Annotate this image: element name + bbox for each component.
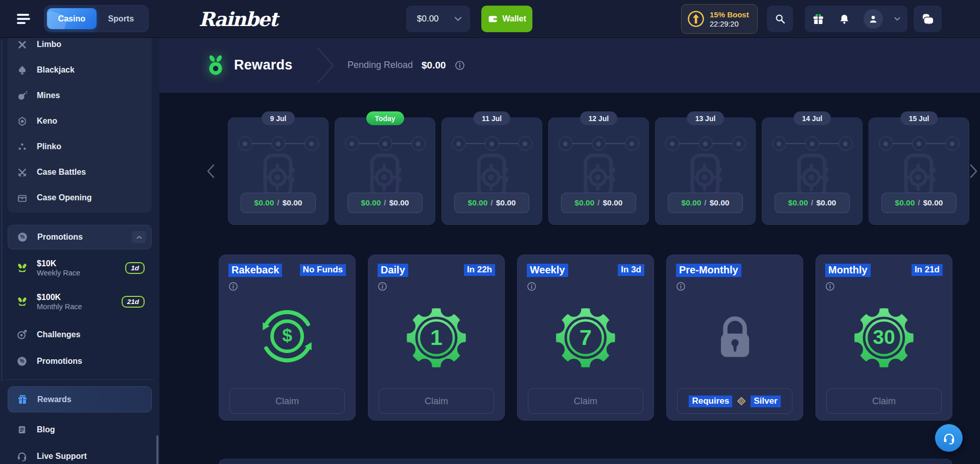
sidebar-item-mines[interactable]: Mines — [8, 83, 152, 108]
chip-number: 30 — [873, 326, 895, 348]
sidebar-scrollbar-thumb[interactable] — [156, 435, 158, 464]
sidebar-scroll-track — [1, 40, 3, 381]
bonus-status: In 22h — [464, 264, 495, 276]
sidebar-item-challenges[interactable]: Challenges — [8, 322, 152, 347]
day-card[interactable]: 13 Jul $0.00/$0.00 — [655, 118, 756, 225]
claim-label: Claim — [574, 396, 597, 407]
separator: / — [918, 198, 920, 207]
collapse-button[interactable] — [132, 231, 146, 243]
gem-icon — [16, 116, 28, 127]
day-label: 14 Jul — [794, 111, 831, 125]
boost-arrow-icon — [687, 10, 705, 28]
rewards-gift-button[interactable] — [805, 13, 831, 26]
sidebar-item-plinko[interactable]: Plinko — [8, 134, 152, 159]
tab-sports-label: Sports — [108, 14, 134, 24]
slot-machine-icon — [228, 153, 328, 199]
total-amount: $0.00 — [923, 198, 943, 207]
balance-dropdown[interactable]: $0.00 — [406, 6, 470, 32]
bell-icon — [838, 13, 850, 25]
claim-button[interactable]: Claim — [528, 388, 643, 414]
rakeback-icon: $ — [219, 306, 355, 366]
silver-tier-diamond-icon — [737, 397, 746, 406]
sidebar-item-label: Keno — [37, 117, 57, 126]
slot-machine-icon — [549, 153, 648, 199]
sidebar-item-live-support[interactable]: Live Support — [8, 444, 152, 464]
tab-casino-label: Casino — [58, 14, 85, 24]
progress-dots — [869, 136, 969, 151]
day-card-today[interactable]: Today $0.00/$0.00 — [335, 118, 435, 225]
info-icon[interactable] — [527, 282, 654, 291]
day-label-today: Today — [366, 111, 404, 125]
day-progress-bar: $0.00/$0.00 — [561, 193, 636, 213]
bonus-card-monthly: Monthly In 21d 30 Claim — [815, 254, 952, 421]
wallet-button[interactable]: Wallet — [481, 6, 532, 32]
bonus-status: In 3d — [618, 264, 644, 276]
claim-button[interactable]: Claim — [229, 388, 345, 414]
case-icon — [16, 193, 28, 203]
requires-tier-button[interactable]: Requires Silver — [677, 388, 792, 414]
tab-casino[interactable]: Casino — [47, 8, 97, 29]
race-label: Weekly Race — [37, 268, 125, 277]
earned-amount: $0.00 — [254, 198, 274, 207]
separator: / — [277, 198, 279, 207]
claim-button[interactable]: Claim — [826, 388, 942, 414]
separator: / — [384, 198, 386, 207]
info-icon[interactable] — [378, 282, 504, 291]
sidebar-item-keno[interactable]: Keno — [8, 108, 152, 134]
earned-amount: $0.00 — [788, 198, 808, 207]
claim-label: Claim — [275, 396, 299, 407]
wallet-icon — [487, 14, 498, 24]
chevron-down-icon — [894, 17, 900, 21]
chip-icon: 1 — [368, 306, 504, 369]
bonus-status: No Funds — [300, 264, 346, 276]
sidebar-item-case-opening[interactable]: Case Opening — [8, 185, 152, 211]
info-icon[interactable] — [825, 282, 952, 291]
bonus-card-daily: Daily In 22h 1 Claim — [368, 254, 505, 421]
total-amount: $0.00 — [816, 198, 836, 207]
sidebar-item-monthly-race[interactable]: $100K Monthly Race 21d — [8, 287, 152, 316]
daily-reward-carousel: 9 Jul $0.00/$0.00 Today $0.00/$0.00 11 J… — [228, 118, 969, 225]
day-card[interactable]: 11 Jul $0.00/$0.00 — [441, 118, 542, 225]
avatar — [864, 9, 883, 29]
chat-button[interactable] — [914, 6, 942, 32]
sidebar-item-blog[interactable]: Blog — [8, 417, 152, 443]
day-card[interactable]: 15 Jul $0.00/$0.00 — [869, 118, 969, 225]
carousel-next-button[interactable] — [969, 164, 978, 179]
sidebar-item-promotions[interactable]: % Promotions — [8, 349, 152, 374]
bonus-status: In 21d — [912, 264, 943, 276]
earned-amount: $0.00 — [468, 198, 488, 207]
limbo-icon — [16, 39, 28, 50]
chat-bubbles-icon — [921, 13, 935, 25]
account-menu[interactable] — [857, 9, 890, 29]
account-chevron[interactable] — [890, 17, 905, 21]
live-chat-fab[interactable] — [935, 424, 963, 452]
sidebar-item-label: Blog — [37, 425, 55, 434]
headset-icon — [16, 451, 28, 462]
info-icon[interactable] — [228, 282, 355, 291]
sidebar-group-promotions[interactable]: % Promotions — [8, 225, 152, 249]
sidebar-item-limbo[interactable]: Limbo — [8, 38, 152, 57]
day-card[interactable]: 9 Jul $0.00/$0.00 — [228, 118, 329, 225]
search-icon — [775, 13, 786, 25]
tab-sports[interactable]: Sports — [97, 8, 146, 29]
rainbet-logo[interactable]: Rainbet — [199, 0, 277, 38]
info-icon[interactable] — [455, 60, 465, 71]
sidebar-item-weekly-race[interactable]: $10K Weekly Race 1d — [8, 253, 152, 282]
sidebar-item-label: Blackjack — [37, 65, 75, 75]
notifications-button[interactable] — [831, 13, 857, 25]
carousel-prev-button[interactable] — [206, 164, 215, 179]
day-card[interactable]: 12 Jul $0.00/$0.00 — [548, 118, 649, 225]
rewards-medal-icon — [204, 54, 227, 76]
sidebar-item-case-battles[interactable]: Case Battles — [8, 159, 152, 185]
sidebar-item-blackjack[interactable]: Blackjack — [8, 57, 152, 83]
separator: / — [597, 198, 599, 207]
sidebar-item-label: Case Opening — [37, 193, 92, 202]
search-button[interactable] — [767, 6, 793, 32]
claim-button[interactable]: Claim — [379, 388, 494, 414]
sidebar-item-rewards[interactable]: Rewards — [8, 386, 152, 412]
menu-icon[interactable] — [17, 14, 30, 24]
info-icon[interactable] — [676, 282, 803, 291]
earned-amount: $0.00 — [361, 198, 381, 207]
day-card[interactable]: 14 Jul $0.00/$0.00 — [762, 118, 862, 225]
boost-badge[interactable]: 15% Boost 22:29:20 — [681, 4, 758, 34]
